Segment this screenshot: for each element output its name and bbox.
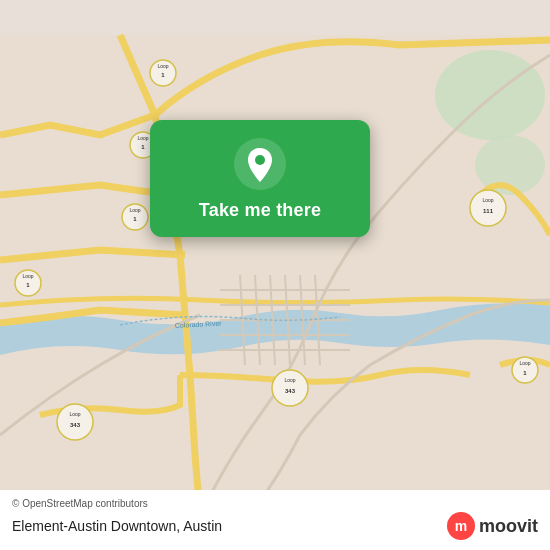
location-name: Element-Austin Downtown, Austin [12, 518, 222, 534]
svg-text:Loop: Loop [129, 207, 140, 213]
svg-text:111: 111 [483, 208, 494, 214]
svg-text:Loop: Loop [69, 411, 80, 417]
svg-text:Loop: Loop [482, 197, 493, 203]
copyright-text: © OpenStreetMap contributors [12, 498, 538, 509]
svg-text:Loop: Loop [519, 360, 530, 366]
bottom-bar: © OpenStreetMap contributors Element-Aus… [0, 490, 550, 550]
moovit-logo: m moovit [447, 512, 538, 540]
take-me-there-popup[interactable]: Take me there [150, 120, 370, 237]
moovit-icon: m [447, 512, 475, 540]
map-container: Loop 1 Loop 1 Loop 1 Loop 1 Loop 111 Loo… [0, 0, 550, 550]
svg-point-40 [255, 155, 265, 165]
map-roads: Loop 1 Loop 1 Loop 1 Loop 1 Loop 111 Loo… [0, 0, 550, 550]
svg-text:343: 343 [70, 422, 81, 428]
svg-text:Loop: Loop [137, 135, 148, 141]
take-me-there-label: Take me there [199, 200, 321, 221]
svg-text:Loop: Loop [157, 63, 168, 69]
svg-text:343: 343 [285, 388, 296, 394]
svg-text:Loop: Loop [284, 377, 295, 383]
svg-text:Loop: Loop [22, 273, 33, 279]
location-row: Element-Austin Downtown, Austin m moovit [12, 512, 538, 540]
moovit-text: moovit [479, 516, 538, 537]
location-pin-icon [234, 138, 286, 190]
svg-text:m: m [455, 518, 467, 534]
svg-point-1 [435, 50, 545, 140]
